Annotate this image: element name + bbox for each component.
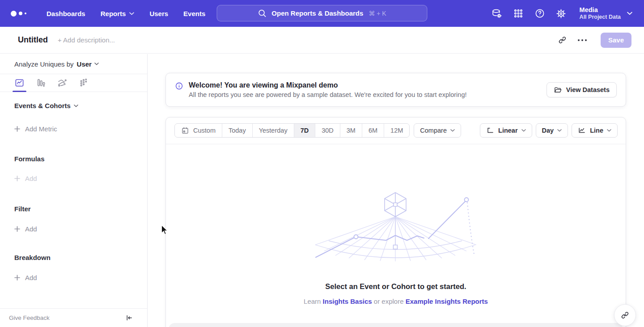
add-breakdown-label: Add (25, 274, 37, 281)
chevron-down-icon (94, 63, 99, 65)
date-range-7d[interactable]: 7D (294, 124, 315, 137)
add-filter-label: Add (25, 225, 37, 233)
sidebar-footer: Give Feedback (0, 308, 147, 327)
main-menu: Dashboards Reports Users Events (47, 10, 205, 17)
breakdown-header: Breakdown (0, 254, 147, 261)
nav-label: Events (183, 10, 205, 17)
add-formula-button[interactable]: Add (0, 175, 147, 182)
interval-label: Day (542, 127, 554, 134)
subtitle-text: or explore (374, 298, 404, 305)
top-nav: Dashboards Reports Users Events Open Rep… (0, 0, 644, 27)
nav-label: Reports (101, 10, 126, 17)
chevron-down-icon (607, 129, 611, 132)
chevron-down-icon (74, 105, 78, 107)
date-range-label: Today (229, 127, 246, 134)
project-name: Media (580, 6, 621, 14)
date-range-label: 6M (369, 127, 377, 134)
analyze-label: Analyze Uniques by (14, 60, 74, 68)
date-range-6m[interactable]: 6M (362, 124, 384, 137)
project-scope: All Project Data (580, 14, 621, 21)
scatter-chart-icon[interactable] (79, 74, 89, 92)
empty-state-illustration (311, 190, 481, 262)
add-formula-label: Add (25, 175, 37, 182)
date-range-3m[interactable]: 3M (340, 124, 362, 137)
date-range-12m[interactable]: 12M (384, 124, 409, 137)
date-range-label: 30D (322, 127, 334, 134)
ellipsis-icon (578, 39, 587, 41)
compare-dropdown[interactable]: Compare (414, 123, 461, 138)
events-cohorts-label: Events & Cohorts (14, 102, 71, 109)
linear-axis-icon (486, 126, 495, 135)
global-search[interactable]: Open Reports & Dashboards ⌘ + K (217, 5, 428, 21)
chevron-down-icon (129, 12, 134, 15)
breakdown-label: Breakdown (14, 254, 51, 261)
main-content: Welcome! You are viewing a Mixpanel demo… (148, 54, 644, 327)
chart-style-label: Line (590, 127, 603, 134)
settings-gear-icon[interactable] (555, 8, 567, 19)
example-insights-reports-link[interactable]: Example Insights Reports (406, 298, 488, 305)
report-header: Untitled + Add description... Save (0, 27, 644, 54)
search-shortcut: ⌘ + K (369, 10, 386, 17)
report-description-placeholder[interactable]: + Add description... (58, 36, 115, 44)
date-range-custom[interactable]: Custom (175, 124, 222, 137)
help-icon[interactable] (534, 8, 546, 19)
data-management-icon[interactable] (491, 8, 503, 19)
share-link-button[interactable] (614, 304, 636, 326)
view-datasets-label: View Datasets (566, 86, 610, 93)
nav-item-users[interactable]: Users (149, 10, 168, 17)
mixpanel-logo[interactable] (11, 11, 34, 17)
link-icon (621, 311, 629, 319)
collapse-sidebar-icon[interactable] (125, 314, 133, 322)
project-switcher[interactable]: Media All Project Data (580, 6, 632, 21)
date-range-label: 12M (390, 127, 403, 134)
copy-link-icon[interactable] (555, 33, 570, 48)
report-title[interactable]: Untitled (18, 35, 48, 45)
search-placeholder: Open Reports & Dashboards (271, 9, 363, 17)
more-options-button[interactable] (575, 33, 590, 48)
events-cohorts-header[interactable]: Events & Cohorts (0, 102, 147, 109)
calendar-icon (181, 126, 189, 134)
bar-chart-icon[interactable] (36, 74, 46, 92)
insights-panel: Custom Today Yesterday 7D 30D 3M 6M 12M … (165, 117, 626, 327)
flow-chart-icon[interactable] (57, 74, 68, 92)
add-metric-label: Add Metric (25, 125, 57, 133)
give-feedback-link[interactable]: Give Feedback (9, 314, 50, 321)
date-range-label: Custom (193, 127, 216, 134)
nav-right: Media All Project Data (491, 6, 632, 21)
nav-item-dashboards[interactable]: Dashboards (47, 10, 85, 17)
save-button[interactable]: Save (601, 33, 631, 48)
date-range-yesterday[interactable]: Yesterday (252, 124, 294, 137)
nav-item-reports[interactable]: Reports (101, 10, 135, 17)
date-range-30d[interactable]: 30D (315, 124, 340, 137)
mixpanel-insights-app: Dashboards Reports Users Events Open Rep… (0, 0, 644, 327)
interval-dropdown[interactable]: Day (536, 123, 568, 138)
date-range-today[interactable]: Today (222, 124, 252, 137)
banner-title: Welcome! You are viewing a Mixpanel demo (189, 81, 467, 89)
banner-body: All the reports you see are powered by a… (189, 91, 467, 98)
add-metric-button[interactable]: Add Metric (0, 125, 147, 133)
empty-state-subtitle: Learn Insights Basics or explore Example… (166, 298, 626, 305)
scale-label: Linear (498, 127, 518, 134)
view-datasets-button[interactable]: View Datasets (547, 82, 617, 97)
add-breakdown-button[interactable]: Add (0, 274, 147, 281)
line-chart-icon[interactable] (14, 74, 25, 92)
nav-label: Dashboards (47, 10, 85, 17)
chart-style-dropdown[interactable]: Line (572, 123, 618, 138)
folder-open-icon (554, 86, 562, 94)
chevron-down-icon (627, 12, 632, 15)
plus-icon (14, 176, 20, 181)
compare-label: Compare (420, 127, 447, 134)
scale-dropdown[interactable]: Linear (480, 123, 532, 138)
nav-item-events[interactable]: Events (183, 10, 205, 17)
analyze-row: Analyze Uniques by User (0, 54, 147, 74)
formulas-label: Formulas (14, 155, 45, 163)
add-filter-button[interactable]: Add (0, 225, 147, 233)
filter-label: Filter (14, 205, 31, 213)
analyze-by-dropdown[interactable]: User (77, 60, 99, 68)
plus-icon (14, 226, 20, 232)
empty-state-title: Select an Event or Cohort to get started… (166, 282, 626, 291)
nav-label: Users (149, 10, 168, 17)
insights-basics-link[interactable]: Insights Basics (323, 298, 372, 305)
apps-grid-icon[interactable] (513, 8, 524, 19)
chart-type-tabs (0, 74, 147, 92)
